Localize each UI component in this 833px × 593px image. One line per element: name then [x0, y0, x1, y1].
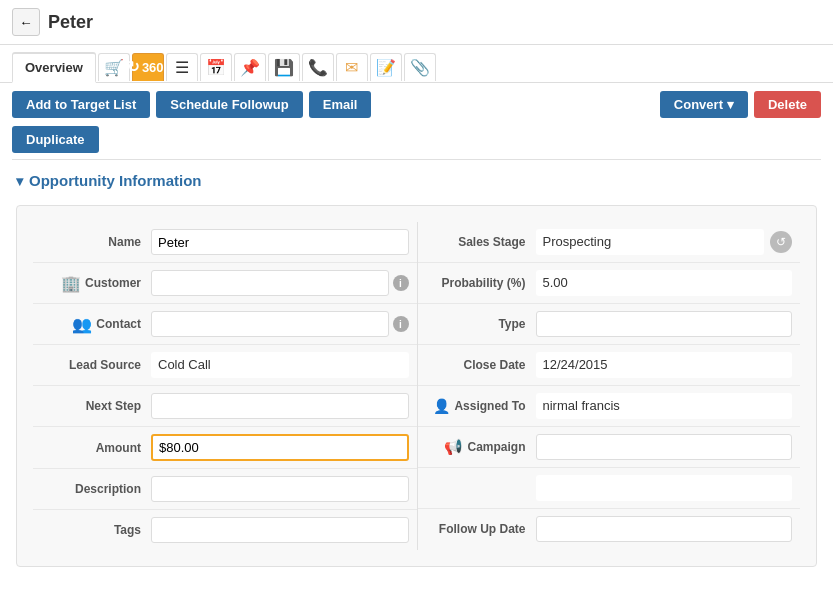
email-button[interactable]: Email	[309, 91, 372, 118]
value-probability: 5.00	[536, 270, 793, 296]
form-right-col: Sales Stage Prospecting ↺ Probability (%…	[417, 222, 801, 550]
field-probability-row: Probability (%) 5.00	[418, 263, 801, 304]
value-assigned-to: nirmal francis	[536, 393, 793, 419]
value-close-date: 12/24/2015	[536, 352, 793, 378]
field-follow-up-date-row: Follow Up Date	[418, 509, 801, 549]
label-assigned-to: 👤 Assigned To	[426, 398, 536, 414]
label-type: Type	[426, 317, 536, 331]
input-amount[interactable]	[151, 434, 409, 461]
input-tags[interactable]	[151, 517, 409, 543]
add-to-target-list-button[interactable]: Add to Target List	[12, 91, 150, 118]
field-contact-row: 👥 Contact i	[33, 304, 417, 345]
back-arrow-icon: ←	[19, 15, 32, 30]
tab-notes[interactable]: 📝	[370, 53, 402, 81]
value-lead-source: Cold Call	[151, 352, 409, 378]
input-follow-up-date[interactable]	[536, 516, 793, 542]
field-type-row: Type	[418, 304, 801, 345]
field-empty-row	[418, 468, 801, 509]
section-title: ▾ Opportunity Information	[16, 172, 817, 189]
label-name: Name	[41, 235, 151, 249]
label-close-date: Close Date	[426, 358, 536, 372]
field-campaign-row: 📢 Campaign	[418, 427, 801, 468]
input-customer[interactable]	[151, 270, 389, 296]
field-next-step-row: Next Step	[33, 386, 417, 427]
duplicate-button[interactable]: Duplicate	[12, 126, 99, 153]
field-name-row: Name	[33, 222, 417, 263]
label-sales-stage: Sales Stage	[426, 235, 536, 249]
contact-icon: 👥	[72, 315, 92, 334]
tab-overview[interactable]: Overview	[12, 52, 96, 83]
field-customer-row: 🏢 Customer i	[33, 263, 417, 304]
label-tags: Tags	[41, 523, 151, 537]
customer-info-icon[interactable]: i	[393, 275, 409, 291]
label-amount: Amount	[41, 441, 151, 455]
dropdown-arrow-icon: ▾	[727, 97, 734, 112]
label-description: Description	[41, 482, 151, 496]
tab-email[interactable]: ✉	[336, 53, 368, 81]
input-next-step[interactable]	[151, 393, 409, 419]
tab-grid[interactable]: ☰	[166, 53, 198, 81]
convert-button[interactable]: Convert ▾	[660, 91, 748, 118]
label-customer: 🏢 Customer	[41, 274, 151, 293]
label-campaign: 📢 Campaign	[426, 438, 536, 456]
tab-save[interactable]: 💾	[268, 53, 300, 81]
field-lead-source-row: Lead Source Cold Call	[33, 345, 417, 386]
value-empty	[536, 475, 793, 501]
input-campaign[interactable]	[536, 434, 793, 460]
campaign-icon: 📢	[444, 438, 463, 456]
form-grid: Name 🏢 Customer i 👥 Contact i	[33, 222, 800, 550]
header-bar: ← Peter	[0, 0, 833, 45]
tab-cart[interactable]: 🛒	[98, 53, 130, 81]
input-description[interactable]	[151, 476, 409, 502]
value-sales-stage: Prospecting	[536, 229, 765, 255]
input-contact[interactable]	[151, 311, 389, 337]
field-close-date-row: Close Date 12/24/2015	[418, 345, 801, 386]
building-icon: 🏢	[61, 274, 81, 293]
label-follow-up-date: Follow Up Date	[426, 522, 536, 536]
right-actions: Convert ▾ Delete	[660, 91, 821, 118]
section-header: ▾ Opportunity Information	[0, 160, 833, 205]
section-chevron-icon[interactable]: ▾	[16, 173, 23, 189]
opportunity-form: Name 🏢 Customer i 👥 Contact i	[16, 205, 817, 567]
input-type[interactable]	[536, 311, 793, 337]
tab-360[interactable]: ↻ 360°	[132, 53, 164, 81]
label-next-step: Next Step	[41, 399, 151, 413]
sales-stage-reset-icon[interactable]: ↺	[770, 231, 792, 253]
input-name[interactable]	[151, 229, 409, 255]
tab-calendar[interactable]: 📅	[200, 53, 232, 81]
back-button[interactable]: ←	[12, 8, 40, 36]
tab-phone[interactable]: 📞	[302, 53, 334, 81]
field-assigned-to-row: 👤 Assigned To nirmal francis	[418, 386, 801, 427]
field-tags-row: Tags	[33, 510, 417, 550]
contact-info-icon[interactable]: i	[393, 316, 409, 332]
field-sales-stage-row: Sales Stage Prospecting ↺	[418, 222, 801, 263]
action-bar: Add to Target List Schedule Followup Ema…	[0, 83, 833, 126]
form-left-col: Name 🏢 Customer i 👥 Contact i	[33, 222, 417, 550]
label-lead-source: Lead Source	[41, 358, 151, 372]
field-description-row: Description	[33, 469, 417, 510]
tabs-bar: Overview 🛒 ↻ 360° ☰ 📅 📌 💾 📞 ✉ 📝 📎	[0, 45, 833, 83]
tab-pin[interactable]: 📌	[234, 53, 266, 81]
delete-button[interactable]: Delete	[754, 91, 821, 118]
assigned-icon: 👤	[433, 398, 450, 414]
label-probability: Probability (%)	[426, 276, 536, 290]
label-contact: 👥 Contact	[41, 315, 151, 334]
field-amount-row: Amount	[33, 427, 417, 469]
page-title: Peter	[48, 12, 93, 33]
schedule-followup-button[interactable]: Schedule Followup	[156, 91, 302, 118]
tab-attachment[interactable]: 📎	[404, 53, 436, 81]
